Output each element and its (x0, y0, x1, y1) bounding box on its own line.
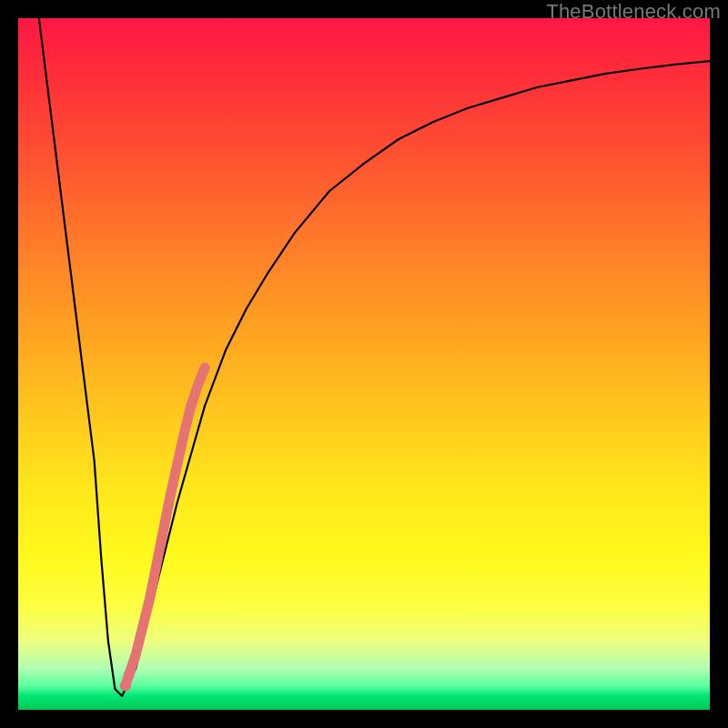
highlight-dot (120, 680, 131, 691)
watermark-text: TheBottleneck.com (546, 0, 721, 24)
chart-frame: TheBottleneck.com (0, 0, 728, 728)
highlight-dot (124, 670, 135, 681)
bottleneck-curve (39, 18, 710, 696)
chart-svg (18, 18, 710, 710)
highlight-segment (126, 368, 205, 686)
